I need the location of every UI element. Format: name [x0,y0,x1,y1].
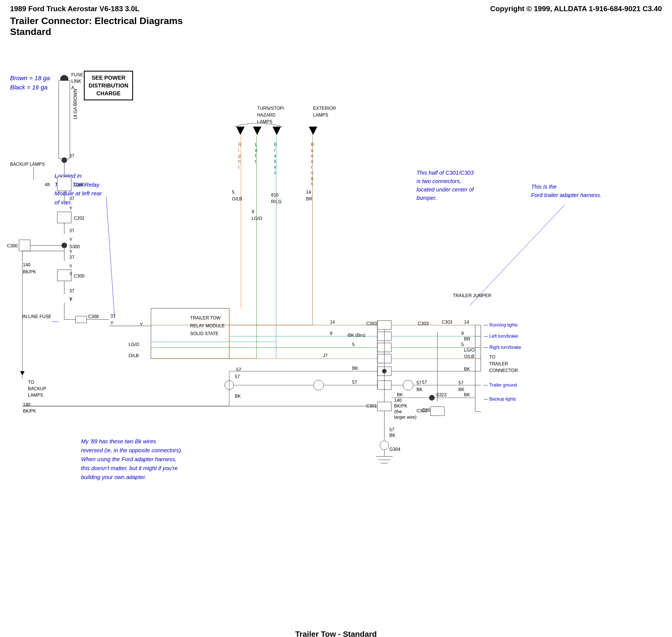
svg-text:— Right turn/brake: — Right turn/brake [484,345,521,350]
svg-text:BACKUP: BACKUP [28,386,47,391]
svg-text:S323: S323 [436,393,447,397]
svg-marker-64 [273,127,281,135]
svg-marker-62 [236,127,244,135]
svg-text:S300: S300 [69,244,80,249]
svg-text:Y: Y [140,322,143,327]
svg-rect-9 [57,177,71,191]
svg-text:9: 9 [461,331,464,336]
svg-marker-28 [20,371,24,376]
svg-text:57: 57 [236,367,241,372]
svg-text:C300: C300 [7,243,18,248]
svg-text:BK: BK [464,367,470,371]
svg-text:5: 5 [352,342,355,347]
svg-text:J7: J7 [323,353,328,358]
svg-point-176 [382,369,387,374]
svg-text:R/LG: R/LG [271,199,281,204]
svg-text:t: t [255,159,256,164]
svg-text:i: i [238,148,239,152]
svg-text:BK: BK [235,394,241,399]
header-right: Copyright © 1999, ALLDATA 1-916-684-9021… [490,4,662,13]
svg-point-6 [61,157,67,163]
svg-text:5: 5 [461,342,464,347]
svg-text:BK/PK: BK/PK [23,408,36,413]
svg-text:810: 810 [271,193,279,197]
svg-text:r: r [274,148,276,152]
svg-text:BK: BK [417,387,423,392]
svg-text:C308: C308 [88,314,99,319]
svg-text:BACKUP LAMPS: BACKUP LAMPS [10,162,45,167]
svg-text:u: u [311,148,313,152]
svg-marker-67 [309,127,317,135]
svg-text:— Running lights: — Running lights [484,323,518,327]
page-title-line2: Standard [10,26,662,37]
footer-text: Trailer Tow - Standard [295,630,377,637]
svg-text:CONNECTOR: CONNECTOR [489,368,518,373]
svg-text:57: 57 [458,380,464,385]
svg-text:BK: BK [389,433,396,438]
svg-text:TO: TO [489,355,495,360]
svg-text:140: 140 [23,262,31,267]
svg-text:TO: TO [28,380,34,385]
svg-text:Y: Y [69,249,72,254]
svg-text:Y: Y [69,206,72,211]
svg-text:BR: BR [306,197,312,201]
svg-text:14: 14 [306,190,311,195]
svg-text:HAZARD: HAZARD [257,113,276,117]
svg-text:g: g [311,176,313,181]
svg-text:BK: BK [352,366,358,371]
svg-text:RELAY MODULE: RELAY MODULE [190,323,225,328]
svg-text:s: s [311,181,313,186]
svg-text:C301: C301 [417,408,427,413]
svg-text:TRAILER: TRAILER [489,361,508,366]
svg-text:18 GA BROWN: 18 GA BROWN [73,89,78,120]
svg-text:37: 37 [69,289,74,293]
svg-text:IN-LINE FUSE: IN-LINE FUSE [22,314,51,319]
svg-text:37: 37 [69,196,74,201]
svg-text:SOLID STATE: SOLID STATE [190,331,219,336]
svg-text:g: g [238,153,241,158]
svg-text:LINK: LINK [71,79,81,84]
svg-text:C303: C303 [418,321,429,326]
svg-text:C202: C202 [74,216,85,220]
svg-text:9: 9 [252,210,254,214]
svg-point-143 [314,380,324,390]
svg-text:Y: Y [69,297,72,302]
svg-text:L: L [255,142,257,147]
svg-text:n: n [311,170,313,175]
svg-rect-177 [377,402,391,411]
svg-text:14: 14 [330,320,335,325]
svg-marker-63 [253,127,261,135]
svg-point-185 [380,441,389,450]
svg-text:C300: C300 [74,274,85,278]
page-title-line1: Trailer Connector: Electrical Diagrams [10,15,662,26]
svg-text:57: 57 [422,380,427,385]
svg-text:LAMPS: LAMPS [28,393,43,398]
svg-text:BK: BK [458,387,465,392]
svg-text:e: e [255,148,257,152]
svg-text:C303: C303 [366,321,377,326]
svg-text:BK/PK: BK/PK [394,404,407,408]
svg-text:LG/O: LG/O [252,216,262,221]
svg-rect-1 [59,80,70,159]
svg-text:O/LB: O/LB [232,197,242,201]
svg-text:Y: Y [69,272,72,276]
svg-text:TRAILER JUMPER: TRAILER JUMPER [453,293,491,298]
svg-text:B: B [274,142,277,147]
svg-text:37: 37 [69,255,74,260]
svg-text:larger wire): larger wire) [394,415,417,420]
svg-rect-15 [57,212,71,223]
svg-rect-48 [75,316,87,323]
svg-text:t: t [238,165,239,169]
svg-text:BK: BK [464,393,470,397]
svg-text:— Backup lights: — Backup lights [484,397,516,401]
svg-rect-23 [19,240,30,251]
svg-text:f: f [255,153,256,158]
svg-text:48: 48 [45,182,50,187]
svg-text:Y: Y [69,237,72,242]
svg-text:s: s [274,170,276,175]
svg-text:EXTERIOR: EXTERIOR [313,106,336,111]
svg-text:BK: BK [397,393,403,397]
svg-text:(the: (the [394,409,402,414]
svg-text:37: 37 [69,153,74,158]
svg-text:57: 57 [417,380,421,385]
